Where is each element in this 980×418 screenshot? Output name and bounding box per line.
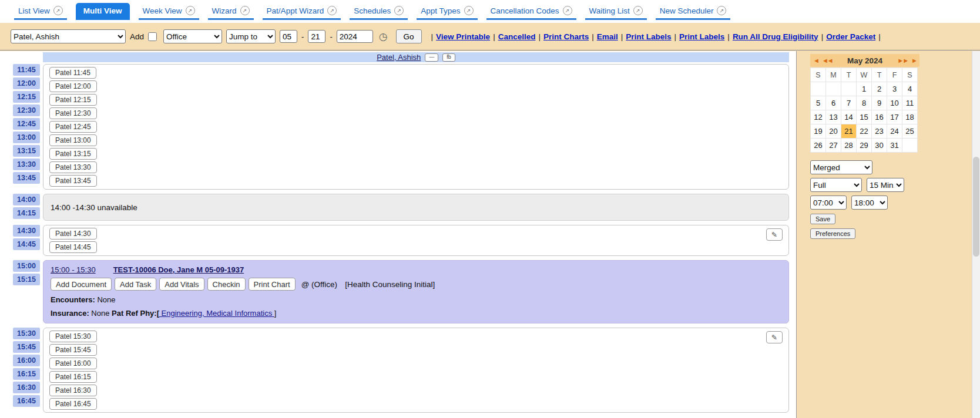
end-time-select[interactable]: 18:00: [851, 195, 888, 210]
slot-button[interactable]: Patel 13:15: [49, 148, 97, 160]
calendar-day[interactable]: 12: [811, 110, 826, 124]
popup-icon[interactable]: ↗: [327, 6, 337, 15]
view-mode-select[interactable]: Merged: [810, 160, 872, 174]
calendar-day[interactable]: 18: [902, 110, 918, 124]
edit-icon[interactable]: ✎: [766, 228, 783, 241]
appointment-time-link[interactable]: 15:00 - 15:30: [51, 265, 96, 274]
facility-select[interactable]: Office: [163, 29, 222, 43]
slot-button[interactable]: Patel 12:30: [49, 107, 97, 119]
edit-icon[interactable]: ✎: [766, 331, 783, 343]
minimize-button[interactable]: —: [425, 53, 438, 62]
appointment-action-button[interactable]: Add Vitals: [159, 278, 204, 291]
calendar-day[interactable]: 7: [841, 96, 857, 110]
interval-select[interactable]: 15 Min.: [867, 178, 904, 192]
slot-button[interactable]: Patel 12:45: [49, 121, 97, 133]
slot-button[interactable]: Patel 13:45: [49, 175, 97, 187]
calendar-day[interactable]: 21: [841, 124, 857, 139]
tab-appt-types[interactable]: Appt Types↗: [417, 3, 477, 20]
toolbar-link[interactable]: Order Packet: [826, 32, 875, 41]
vertical-scrollbar[interactable]: [972, 51, 980, 418]
go-button[interactable]: Go: [396, 29, 422, 43]
calendar-day[interactable]: 20: [826, 124, 841, 139]
tab-cancellation-codes[interactable]: Cancellation Codes↗: [486, 3, 576, 20]
popup-icon[interactable]: ↗: [186, 6, 195, 15]
clock-icon[interactable]: ◷: [379, 32, 388, 42]
appointment-action-button[interactable]: Print Chart: [249, 278, 296, 291]
provider-select[interactable]: Patel, Ashish: [11, 29, 126, 43]
popup-icon[interactable]: ↗: [717, 6, 726, 15]
calendar-day[interactable]: 2: [872, 82, 887, 96]
calendar-day[interactable]: 26: [811, 139, 826, 153]
calendar-prev-arrow-icon[interactable]: ◄: [811, 58, 820, 64]
slot-button[interactable]: Patel 12:15: [49, 94, 97, 106]
zoom-level-select[interactable]: Full: [810, 178, 862, 192]
toolbar-link[interactable]: Run All Drug Eligibility: [733, 32, 818, 41]
calendar-day[interactable]: 15: [857, 110, 872, 124]
calendar-day[interactable]: 4: [902, 82, 918, 96]
preferences-button[interactable]: Preferences: [810, 228, 855, 239]
toolbar-link[interactable]: Print Labels: [679, 32, 724, 41]
referring-physician-link[interactable]: Engineering, Medical Informatics: [159, 309, 274, 318]
slot-button[interactable]: Patel 16:30: [49, 385, 97, 396]
calendar-day[interactable]: 25: [902, 124, 918, 139]
tab-list-view[interactable]: List View↗: [14, 3, 67, 20]
appointment-patient-link[interactable]: TEST-10006 Doe, Jane M 05-09-1937: [113, 265, 244, 274]
calendar-day[interactable]: 1: [857, 82, 872, 96]
toolbar-link[interactable]: Email: [597, 32, 618, 41]
toolbar-link[interactable]: Print Labels: [626, 32, 671, 41]
calendar-day[interactable]: 30: [872, 139, 887, 153]
calendar-day[interactable]: 28: [841, 139, 857, 153]
calendar-day[interactable]: 11: [902, 96, 918, 110]
toolbar-link[interactable]: Print Charts: [543, 32, 589, 41]
jump-to-select[interactable]: Jump to: [226, 29, 276, 43]
popup-icon[interactable]: ↗: [464, 6, 474, 15]
calendar-prev-fast-arrow-icon[interactable]: ◄◄: [820, 58, 834, 64]
tab-multi-view[interactable]: Multi View: [76, 3, 130, 20]
add-checkbox[interactable]: [148, 32, 157, 41]
calendar-day[interactable]: 31: [887, 139, 902, 153]
tab-week-view[interactable]: Week View↗: [139, 3, 199, 20]
popup-icon[interactable]: ↗: [53, 6, 63, 15]
calendar-day[interactable]: 22: [857, 124, 872, 139]
slot-button[interactable]: Patel 15:45: [49, 344, 97, 356]
calendar-day[interactable]: 14: [841, 110, 857, 124]
calendar-day[interactable]: 10: [887, 96, 902, 110]
tab-wizard[interactable]: Wizard↗: [208, 3, 254, 20]
slot-button[interactable]: Patel 16:00: [49, 358, 97, 369]
calendar-day[interactable]: 17: [887, 110, 902, 124]
tab-schedules[interactable]: Schedules↗: [350, 3, 408, 20]
calendar-next-arrow-icon[interactable]: ►: [909, 58, 918, 64]
appointment-action-button[interactable]: Add Document: [51, 278, 112, 291]
calendar-day[interactable]: 29: [857, 139, 872, 153]
slot-button[interactable]: Patel 15:30: [49, 331, 97, 342]
date-month-input[interactable]: [280, 30, 297, 43]
popup-icon[interactable]: ↗: [240, 6, 250, 15]
calendar-day[interactable]: 6: [826, 96, 841, 110]
tab-pat-appt-wizard[interactable]: Pat/Appt Wizard↗: [263, 3, 341, 20]
save-button[interactable]: Save: [810, 214, 835, 224]
calendar-day[interactable]: 9: [872, 96, 887, 110]
slot-button[interactable]: Patel 14:30: [49, 228, 97, 240]
appointment-action-button[interactable]: Checkin: [207, 278, 246, 291]
calendar-day[interactable]: 13: [826, 110, 841, 124]
slot-button[interactable]: Patel 12:00: [49, 80, 97, 92]
slot-button[interactable]: Patel 13:00: [49, 134, 97, 146]
slot-button[interactable]: Patel 16:45: [49, 398, 97, 410]
calendar-day[interactable]: 3: [887, 82, 902, 96]
date-year-input[interactable]: [337, 30, 373, 43]
appointment-action-button[interactable]: Add Task: [115, 278, 156, 291]
toolbar-link[interactable]: View Printable: [436, 32, 490, 41]
calendar-day[interactable]: 27: [826, 139, 841, 153]
provider-header-link[interactable]: Patel, Ashish: [377, 53, 421, 62]
date-day-input[interactable]: [308, 30, 325, 43]
appointment-block[interactable]: 15:00 - 15:30TEST-10006 Doe, Jane M 05-0…: [43, 260, 789, 323]
calendar-day[interactable]: 19: [811, 124, 826, 139]
popup-icon[interactable]: ↗: [563, 6, 572, 15]
popup-icon[interactable]: ↗: [394, 6, 404, 15]
calendar-day[interactable]: 5: [811, 96, 826, 110]
slot-button[interactable]: Patel 14:45: [49, 241, 97, 253]
fb-button[interactable]: fb: [442, 53, 455, 62]
tab-waiting-list[interactable]: Waiting List↗: [585, 3, 647, 20]
calendar-day[interactable]: 24: [887, 124, 902, 139]
calendar-day[interactable]: 23: [872, 124, 887, 139]
